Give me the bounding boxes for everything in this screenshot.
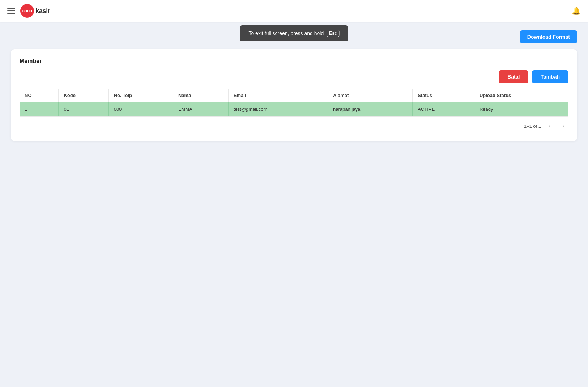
member-table: NO Kode No. Telp Nama Email Alamat Statu… <box>20 89 568 116</box>
logo-coop-icon: coop <box>20 4 34 18</box>
cell-upload-status: Ready <box>474 102 568 117</box>
notification-bell-icon[interactable]: 🔔 <box>572 7 581 15</box>
cell-no: 1 <box>20 102 59 117</box>
cell-alamat: harapan jaya <box>328 102 412 117</box>
cell-kode: 01 <box>59 102 108 117</box>
navbar: coop kasir 🔔 <box>0 0 588 22</box>
col-email: Email <box>228 89 328 102</box>
table-body: 101000EMMAtest@gmail.comharapan jayaACTI… <box>20 102 568 117</box>
cell-email: test@gmail.com <box>228 102 328 117</box>
fullscreen-toast: To exit full screen, press and hold Esc <box>240 25 348 41</box>
col-alamat: Alamat <box>328 89 412 102</box>
member-card: Member Batal Tambah NO Kode No. Telp Nam… <box>11 49 577 141</box>
cell-status: ACTIVE <box>413 102 474 117</box>
pagination-row: 1–1 of 1 ‹ › <box>20 116 568 132</box>
pagination-next-button[interactable]: › <box>558 121 568 131</box>
col-no-telp: No. Telp <box>108 89 173 102</box>
cell-nama: EMMA <box>173 102 228 117</box>
logo-container: coop kasir <box>20 4 50 18</box>
pagination-prev-button[interactable]: ‹ <box>545 121 555 131</box>
card-title: Member <box>20 58 568 64</box>
batal-button[interactable]: Batal <box>499 70 528 83</box>
action-buttons-row: Batal Tambah <box>20 70 568 83</box>
pagination-info: 1–1 of 1 <box>524 123 541 129</box>
esc-key-badge: Esc <box>327 30 339 37</box>
logo-kasir-text: kasir <box>35 7 50 15</box>
table-header: NO Kode No. Telp Nama Email Alamat Statu… <box>20 89 568 102</box>
col-nama: Nama <box>173 89 228 102</box>
download-format-button[interactable]: Download Format <box>520 30 577 43</box>
col-no: NO <box>20 89 59 102</box>
table-row[interactable]: 101000EMMAtest@gmail.comharapan jayaACTI… <box>20 102 568 117</box>
navbar-left: coop kasir <box>7 4 50 18</box>
cell-no--telp: 000 <box>108 102 173 117</box>
toast-message: To exit full screen, press and hold <box>248 30 324 36</box>
col-upload-status: Upload Status <box>474 89 568 102</box>
col-kode: Kode <box>59 89 108 102</box>
col-status: Status <box>413 89 474 102</box>
tambah-button[interactable]: Tambah <box>532 70 568 83</box>
hamburger-menu-icon[interactable] <box>7 8 15 14</box>
